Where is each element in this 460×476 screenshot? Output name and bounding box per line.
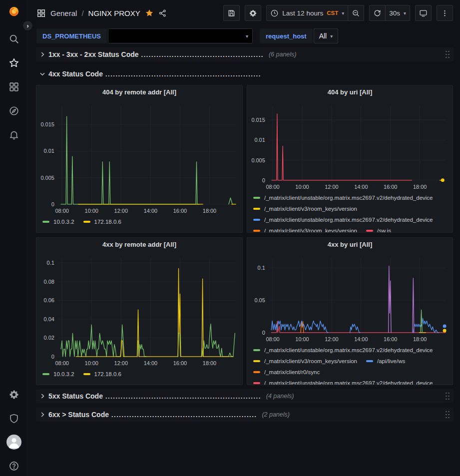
save-dashboard-button[interactable] [223, 5, 240, 21]
zoom-out-time-button[interactable] [348, 5, 364, 21]
row-drag-handle[interactable] [445, 50, 451, 59]
datasource-variable-label[interactable]: DS_PROMETHEUS [36, 28, 107, 43]
dashboard-canvas: 1xx - 3xx - 2xx Status Code ............… [28, 46, 460, 476]
row-title-leader: ........................................… [141, 51, 264, 58]
svg-text:0.06: 0.06 [44, 297, 54, 303]
legend-series-marker [253, 360, 260, 362]
svg-text:10:00: 10:00 [85, 360, 98, 366]
row-title: 6xx > Status Code [48, 411, 109, 419]
legend-series-marker [42, 373, 49, 375]
panel-title[interactable]: 4xx by remote addr [All] [36, 238, 242, 251]
legend-series-marker [366, 360, 373, 362]
legend-item[interactable]: 10.0.3.2 [42, 370, 74, 379]
panel-title[interactable]: 404 by remote addr [All] [36, 85, 242, 99]
search-icon[interactable] [8, 33, 19, 44]
svg-text:0.04: 0.04 [44, 316, 54, 322]
request-host-variable-value: All [319, 32, 327, 40]
panel-title[interactable]: 4xx by uri [All] [247, 238, 453, 251]
configuration-gear-icon[interactable] [8, 389, 19, 400]
time-range-picker[interactable]: Last 12 hours CST ▾ [266, 5, 348, 21]
legend-series-label: 10.0.3.2 [53, 218, 74, 226]
legend-item[interactable]: 172.18.0.6 [83, 218, 121, 226]
legend-series-marker [253, 371, 260, 373]
svg-text:18:00: 18:00 [203, 208, 216, 214]
legend-item[interactable]: /_matrix/client/unstable/org.matrix.msc2… [253, 216, 433, 224]
request-host-variable-label[interactable]: request_host [260, 28, 313, 43]
row-5xx[interactable]: 5xx Status Code ........................… [36, 389, 454, 403]
legend-series-marker [253, 382, 260, 384]
svg-text:0.05: 0.05 [255, 297, 265, 303]
timeseries-chart[interactable]: 00.020.040.060.080.108:0010:0012:0014:00… [36, 251, 242, 369]
panel-title[interactable]: 404 by uri [All] [247, 85, 453, 99]
admin-shield-icon[interactable] [8, 413, 19, 424]
datasource-variable-dropdown[interactable]: ▾ [108, 28, 253, 43]
explore-compass-icon[interactable] [8, 105, 19, 116]
row-title: 5xx Status Code [48, 392, 103, 400]
svg-text:0: 0 [262, 330, 265, 336]
refresh-icon [373, 9, 382, 17]
legend-series-marker [253, 349, 260, 351]
legend-series-marker [83, 373, 90, 375]
legend-item[interactable]: /_matrix/client/v3/room_keys/version [253, 227, 357, 232]
legend-item[interactable]: /_matrix/client/r0/sync [253, 368, 320, 377]
variables-bar: DS_PROMETHEUS ▾ request_host All ▾ [28, 26, 460, 46]
legend-item[interactable]: /_matrix/client/unstable/org.matrix.msc2… [253, 379, 433, 385]
legend-item[interactable]: /_matrix/client/v3/room_keys/version [253, 357, 357, 366]
legend-series-marker [253, 208, 260, 210]
dashboard-settings-button[interactable] [245, 5, 261, 21]
timezone-label: CST [327, 10, 338, 16]
zoom-out-icon [352, 9, 360, 17]
legend-item[interactable]: /_matrix/client/unstable/org.matrix.msc2… [253, 194, 433, 202]
chevron-down-icon: ▾ [330, 33, 333, 39]
dashboards-icon[interactable] [8, 81, 19, 92]
legend-series-label: /_matrix/client/v3/room_keys/version [264, 205, 357, 213]
legend-item[interactable]: 10.0.3.2 [42, 218, 74, 226]
more-options-button[interactable] [437, 5, 453, 21]
request-host-variable-dropdown[interactable]: All ▾ [314, 28, 339, 43]
legend-item[interactable]: /_matrix/client/v3/room_keys/version [253, 205, 357, 213]
star-filled-icon[interactable] [145, 8, 154, 17]
refresh-interval-picker[interactable]: 30s ▾ [386, 5, 410, 21]
legend-item[interactable]: /_matrix/client/unstable/org.matrix.msc2… [253, 346, 433, 355]
help-icon[interactable] [8, 461, 19, 472]
timeseries-chart[interactable]: 00.0050.010.01508:0010:0012:0014:0016:00… [36, 99, 242, 216]
svg-text:16:00: 16:00 [384, 336, 397, 342]
tv-mode-button[interactable] [415, 5, 432, 21]
row-1xx-3xx-2xx[interactable]: 1xx - 3xx - 2xx Status Code ............… [36, 47, 454, 61]
legend-series-label: /_matrix/client/unstable/org.matrix.msc2… [264, 346, 433, 355]
refresh-interval-label: 30s [389, 9, 400, 17]
starred-dashboards-icon[interactable] [8, 57, 19, 68]
legend-series-marker [83, 221, 90, 223]
row-6xx[interactable]: 6xx > Status Code ......................… [36, 408, 454, 422]
breadcrumb-section[interactable]: General [50, 9, 77, 17]
legend-item[interactable]: 172.18.0.6 [83, 370, 121, 379]
row-drag-handle[interactable] [445, 392, 451, 401]
avatar[interactable] [6, 435, 21, 450]
toolbar: Last 12 hours CST ▾ 30s ▾ [223, 5, 453, 21]
legend-series-label: /_matrix/client/unstable/org.matrix.msc2… [264, 194, 433, 202]
svg-text:0: 0 [51, 201, 54, 207]
row-title: 1xx - 3xx - 2xx Status Code [48, 50, 139, 58]
svg-text:18:00: 18:00 [413, 336, 427, 342]
svg-text:14:00: 14:00 [354, 184, 368, 190]
alerting-bell-icon[interactable] [8, 129, 19, 140]
svg-text:16:00: 16:00 [384, 184, 397, 190]
svg-text:08:00: 08:00 [55, 360, 68, 366]
row-4xx[interactable]: 4xx Status Code ........................… [36, 67, 454, 81]
sidebar-expand-button[interactable]: › [22, 20, 33, 31]
grafana-logo-icon[interactable] [8, 6, 19, 17]
legend-series-label: /_matrix/client/unstable/org.matrix.msc2… [264, 216, 433, 224]
row-drag-handle[interactable] [445, 410, 451, 419]
share-icon[interactable] [158, 9, 167, 17]
timeseries-chart[interactable]: 00.0050.010.01508:0010:0012:0014:0016:00… [247, 99, 453, 192]
legend-item[interactable]: /sw.js [366, 227, 391, 232]
legend-series-marker [253, 230, 260, 232]
svg-text:0.02: 0.02 [44, 335, 54, 341]
svg-text:0: 0 [51, 354, 54, 360]
svg-text:12:00: 12:00 [114, 208, 128, 214]
timeseries-chart[interactable]: 00.050.108:0010:0012:0014:0016:0018:00 [247, 251, 453, 345]
legend-item[interactable]: /api/live/ws [366, 357, 405, 366]
legend-series-label: /_matrix/client/v3/room_keys/version [264, 227, 357, 232]
refresh-button[interactable] [369, 5, 386, 21]
legend-series-label: /_matrix/client/unstable/org.matrix.msc2… [264, 379, 433, 385]
